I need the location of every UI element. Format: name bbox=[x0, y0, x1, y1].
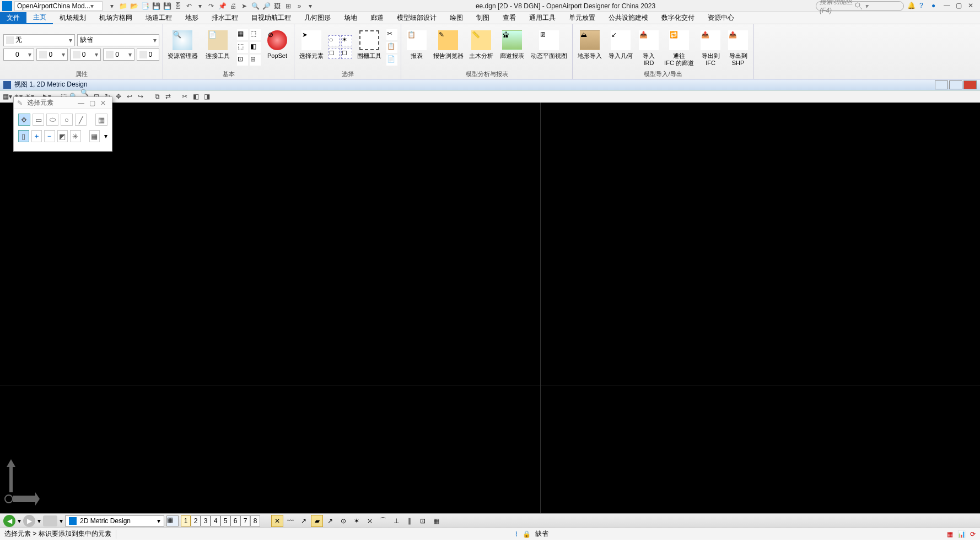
resource-manager-button[interactable]: 🔍资源管理器 bbox=[166, 28, 198, 67]
status-plot-icon[interactable]: 📊 bbox=[957, 530, 966, 538]
priority-combo[interactable]: 0 bbox=[137, 49, 160, 61]
view-num-1[interactable]: 1 bbox=[181, 515, 191, 526]
cut-icon[interactable]: ✂ bbox=[386, 29, 397, 40]
status-snap-icon[interactable]: ⌇ bbox=[515, 530, 518, 538]
maximize-icon[interactable]: ▢ bbox=[956, 2, 965, 10]
next-view-icon[interactable]: ↪ bbox=[136, 92, 146, 101]
dialog-expand-icon[interactable]: ▾ bbox=[104, 132, 107, 140]
select-element-button[interactable]: ➤选择元素 bbox=[298, 28, 325, 67]
snap-parallel-icon[interactable]: ∥ bbox=[403, 515, 416, 527]
snap-center-icon[interactable]: ↗ bbox=[324, 515, 336, 527]
snap-multi-icon[interactable]: ▦ bbox=[430, 515, 442, 527]
tab-general[interactable]: 通用工具 bbox=[523, 12, 562, 24]
close-icon[interactable]: ✕ bbox=[968, 2, 977, 10]
new-icon[interactable]: ▾ bbox=[107, 1, 117, 11]
undo-icon[interactable]: ↶ bbox=[184, 1, 194, 11]
transparency-combo[interactable]: 0▾ bbox=[103, 49, 134, 61]
arrow-icon[interactable]: ➤ bbox=[239, 1, 249, 11]
level-combo[interactable]: 无▾ bbox=[3, 34, 75, 46]
pin-icon[interactable]: 📌 bbox=[217, 1, 227, 11]
sel-block-icon[interactable]: ▭ bbox=[33, 114, 45, 126]
drawing-canvas[interactable] bbox=[0, 103, 980, 513]
sel-icon-1[interactable]: ○ bbox=[329, 35, 340, 46]
export-ifc-button[interactable]: 📤导出到 IFC bbox=[698, 28, 723, 67]
nav-back-dd[interactable]: ▾ bbox=[18, 517, 21, 525]
search-dropdown[interactable]: ▾ bbox=[865, 2, 900, 10]
clip-icon[interactable]: ✂ bbox=[180, 92, 190, 101]
view-num-2[interactable]: 2 bbox=[191, 515, 201, 526]
save-icon[interactable]: 💾 bbox=[151, 1, 161, 11]
civil-analysis-button[interactable]: 📏土木分析 bbox=[467, 28, 495, 67]
small-icon-3[interactable]: ⬚ bbox=[237, 42, 248, 53]
tab-terrain[interactable]: 地形 bbox=[179, 12, 205, 24]
tab-file[interactable]: 文件 bbox=[0, 12, 26, 24]
mode-all-icon[interactable]: ✳ bbox=[70, 130, 81, 142]
copy-icon-2[interactable]: 📋 bbox=[386, 42, 397, 53]
snap-keypoint-icon[interactable]: 〰 bbox=[284, 515, 297, 527]
mode-new-icon[interactable]: ▯ bbox=[18, 130, 29, 142]
status-sync-icon[interactable]: ⟳ bbox=[970, 530, 976, 538]
view-num-7[interactable]: 7 bbox=[240, 515, 250, 526]
import-geom-button[interactable]: ↙导入几何 bbox=[607, 28, 634, 67]
image-icon[interactable]: 🖼 bbox=[272, 1, 282, 11]
help-icon[interactable]: ? bbox=[919, 2, 928, 10]
tab-home[interactable]: 主页 bbox=[26, 12, 53, 24]
small-icon-6[interactable]: ⊟ bbox=[250, 55, 261, 66]
snap-point-icon[interactable]: ⊡ bbox=[417, 515, 429, 527]
tab-view[interactable]: 查看 bbox=[496, 12, 523, 24]
tab-site[interactable]: 场地 bbox=[337, 12, 364, 24]
report-button[interactable]: 📋报表 bbox=[405, 28, 429, 67]
zoom-icon[interactable]: 🔎 bbox=[261, 1, 271, 11]
model-icon[interactable] bbox=[43, 515, 57, 526]
small-icon-2[interactable]: ⬚ bbox=[250, 29, 261, 40]
status-running-icon[interactable]: ▦ bbox=[947, 530, 953, 538]
view-close-button[interactable] bbox=[963, 80, 977, 89]
small-icon-4[interactable]: ◧ bbox=[250, 42, 261, 53]
tab-drafting[interactable]: 制图 bbox=[470, 12, 496, 24]
sel-circle-icon[interactable]: ○ bbox=[61, 114, 73, 126]
window-layout-icon[interactable]: ▦ bbox=[166, 515, 179, 526]
open-folder-icon[interactable]: 📁 bbox=[118, 1, 128, 11]
copy-icon[interactable]: 📑 bbox=[140, 1, 150, 11]
dialog-header[interactable]: ✎ 选择元素 — ▢ ✕ bbox=[14, 97, 112, 109]
view-num-5[interactable]: 5 bbox=[220, 515, 230, 526]
tab-airport-plan[interactable]: 机场规划 bbox=[53, 12, 93, 24]
color-combo[interactable]: 0▾ bbox=[3, 49, 34, 61]
nav-forward-button[interactable]: ▶ bbox=[23, 515, 35, 527]
find-icon[interactable]: 🔍 bbox=[250, 1, 260, 11]
sel-icon-2[interactable]: ✶ bbox=[341, 35, 352, 46]
snap-toggle-icon[interactable]: ✕ bbox=[271, 515, 283, 527]
user-icon[interactable]: ● bbox=[931, 2, 940, 10]
compress-icon[interactable]: 🗄 bbox=[173, 1, 183, 11]
notification-icon[interactable]: 🔔 bbox=[907, 2, 916, 10]
paste-icon[interactable]: 📄 bbox=[386, 55, 397, 66]
sel-individual-icon[interactable]: ✥ bbox=[18, 114, 30, 126]
tab-cell[interactable]: 单元放置 bbox=[562, 12, 602, 24]
mode-subtract-icon[interactable]: － bbox=[44, 130, 55, 142]
model-selector[interactable]: 2D Metric Design ▾ bbox=[65, 515, 164, 526]
view-attrs-icon[interactable]: ▦▾ bbox=[2, 92, 12, 101]
mode-select-icon[interactable]: ▦ bbox=[89, 130, 100, 142]
tab-corridor[interactable]: 廊道 bbox=[364, 12, 390, 24]
dialog-maximize-button[interactable]: ▢ bbox=[87, 99, 98, 107]
terrain-import-button[interactable]: ⛰地形导入 bbox=[576, 28, 604, 67]
nav-back-button[interactable]: ◀ bbox=[3, 515, 15, 527]
ribbon-search[interactable]: 搜索功能区(F4) ▾ bbox=[816, 1, 904, 11]
sel-icon-3[interactable]: ◻ bbox=[329, 48, 340, 59]
save-settings-icon[interactable]: 💾 bbox=[162, 1, 172, 11]
mode-add-icon[interactable]: ＋ bbox=[31, 130, 42, 142]
report-browser-button[interactable]: ✎报告浏览器 bbox=[432, 28, 464, 67]
sel-shape-icon[interactable]: ⬭ bbox=[46, 114, 58, 126]
dynamic-plan-button[interactable]: 🖹动态平面视图 bbox=[529, 28, 569, 67]
grid-icon[interactable]: ⊞ bbox=[283, 1, 293, 11]
open-icon[interactable]: 📂 bbox=[129, 1, 139, 11]
tab-geometry[interactable]: 几何图形 bbox=[298, 12, 337, 24]
view-restore-button[interactable] bbox=[949, 80, 962, 89]
redo-icon[interactable]: ↷ bbox=[206, 1, 216, 11]
sel-clear-icon[interactable]: ▦ bbox=[95, 114, 107, 126]
link-tool-button[interactable]: 📄连接工具 bbox=[202, 28, 234, 67]
view-copy-icon[interactable]: ⧉ bbox=[152, 92, 162, 101]
sel-line-icon[interactable]: ╱ bbox=[75, 114, 87, 126]
corridor-report-button[interactable]: 🛣廊道报表 bbox=[498, 28, 526, 67]
select-element-dialog[interactable]: ✎ 选择元素 — ▢ ✕ ✥ ▭ ⬭ ○ ╱ ▦ ▯ ＋ － ◩ ✳ ▦ ▾ bbox=[13, 96, 112, 152]
